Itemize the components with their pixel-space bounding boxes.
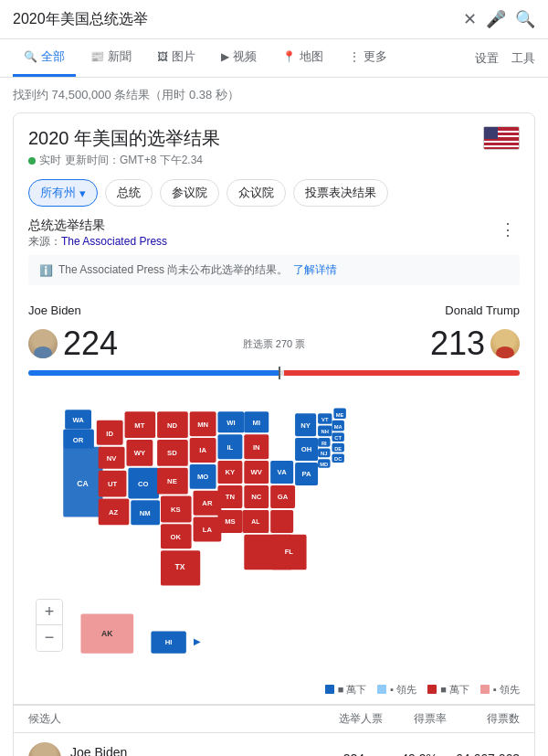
th-total: 得票数 (447, 711, 520, 727)
filter-senate[interactable]: 参议院 (160, 179, 219, 207)
news-icon: 📰 (90, 50, 104, 63)
svg-text:KY: KY (226, 468, 236, 476)
svg-text:ID: ID (106, 430, 113, 438)
zoom-in-button[interactable]: + (37, 600, 62, 625)
svg-point-2 (499, 334, 511, 346)
legend-red-light-label: ▪ 領先 (493, 683, 520, 697)
card-title: 2020 年美国的选举结果 (28, 126, 220, 151)
all-icon: 🔍 (24, 50, 37, 63)
scores-row: 224 胜选票 270 票 213 (14, 321, 534, 370)
tab-news[interactable]: 📰 新聞 (79, 39, 142, 77)
svg-text:MD: MD (320, 462, 328, 467)
biden-score: 224 (28, 325, 118, 363)
live-label: 实时 (39, 153, 61, 168)
legend-red-light: ▪ 領先 (480, 683, 520, 697)
svg-text:CT: CT (334, 435, 342, 441)
svg-text:TN: TN (226, 493, 236, 501)
blue-light-dot (377, 685, 386, 694)
svg-text:VA: VA (278, 468, 288, 476)
ap-notice: ℹ️ The Associated Press 尚未公布此选举的结果。 了解详情 (28, 255, 520, 285)
filter-house[interactable]: 众议院 (227, 179, 286, 207)
svg-text:WI: WI (227, 419, 235, 427)
red-solid-dot (427, 685, 437, 694)
svg-point-109 (37, 747, 52, 756)
search-input[interactable]: 2020年美国总统选举 (13, 11, 463, 27)
election-map: CA OR WA ID MT NV WY UT CO AZ NM (46, 394, 502, 676)
tab-all[interactable]: 🔍 全部 (13, 39, 76, 77)
tab-more[interactable]: ⋮ 更多 (338, 39, 398, 77)
clear-icon[interactable]: ✕ (463, 9, 477, 29)
svg-text:UT: UT (108, 480, 118, 488)
red-light-dot (480, 685, 490, 694)
biden-row-name: Joe Biden (70, 745, 291, 756)
map-legend: ■ 萬下 ▪ 領先 ■ 萬下 ▪ 領先 (14, 679, 534, 704)
biden-table-avatar (28, 742, 61, 756)
section-title: 总统选举结果 (28, 218, 167, 234)
card-menu-button[interactable]: ⋮ (496, 218, 520, 241)
nav-tabs: 🔍 全部 📰 新聞 🖼 图片 ▶ 视频 📍 地图 ⋮ 更多 设置 工具 (0, 39, 548, 78)
map-container: CA OR WA ID MT NV WY UT CO AZ NM (14, 387, 534, 679)
legend-blue-solid: ■ 萬下 (325, 683, 367, 697)
svg-text:DE: DE (334, 446, 342, 452)
th-candidate: 候选人 (28, 711, 319, 727)
svg-text:NM: NM (140, 509, 151, 517)
th-electoral: 选举人票 (319, 711, 383, 727)
biden-info: Joe Biden Democratic Party (70, 745, 291, 756)
svg-text:WV: WV (251, 468, 263, 476)
victory-threshold: 胜选票 270 票 (243, 337, 305, 351)
svg-text:ME: ME (336, 412, 344, 418)
update-time: 更新时间：GMT+8 下午2.34 (65, 153, 203, 168)
table-header: 候选人 选举人票 得票率 得票数 (14, 705, 534, 732)
svg-text:AK: AK (101, 629, 113, 638)
svg-text:GA: GA (278, 493, 289, 501)
biden-row-electoral: 224 (300, 751, 364, 756)
trump-name: Donald Trump (445, 303, 520, 317)
svg-text:AZ: AZ (109, 508, 119, 516)
svg-text:IL: IL (227, 443, 234, 452)
svg-text:OK: OK (171, 533, 182, 541)
tab-maps[interactable]: 📍 地图 (271, 39, 334, 77)
svg-text:SD: SD (167, 449, 177, 457)
mic-icon[interactable]: 🎤 (486, 9, 506, 29)
tab-images[interactable]: 🖼 图片 (146, 39, 206, 77)
svg-text:NH: NH (321, 429, 329, 434)
settings-link[interactable]: 设置 (475, 50, 499, 67)
live-indicator (28, 157, 36, 165)
legend-blue-light-label: ▪ 領先 (390, 683, 416, 697)
info-icon: ℹ️ (39, 264, 53, 277)
svg-text:PA: PA (302, 470, 312, 478)
svg-text:OR: OR (73, 436, 84, 444)
trump-electoral-score: 213 (430, 325, 485, 363)
svg-text:NY: NY (300, 421, 311, 430)
video-icon: ▶ (221, 50, 229, 63)
filter-ballot[interactable]: 投票表决结果 (293, 179, 388, 207)
svg-text:WA: WA (72, 416, 84, 424)
svg-text:VT: VT (321, 417, 329, 422)
biden-row-total: 64,667,063 (447, 751, 520, 756)
source-label: 来源： (28, 235, 61, 248)
svg-text:RI: RI (321, 441, 327, 446)
card-header: 2020 年美国的选举结果 实时 更新时间：GMT+8 下午2.34 (14, 113, 534, 176)
filter-tabs: 所有州 ▾ 总统 参议院 众议院 投票表决结果 (14, 176, 534, 218)
filter-all-states[interactable]: 所有州 ▾ (28, 179, 98, 207)
victory-label: 胜选票 270 票 (125, 337, 423, 351)
tab-video[interactable]: ▶ 视频 (210, 39, 268, 77)
svg-text:CO: CO (138, 480, 149, 488)
tools-link[interactable]: 工具 (511, 50, 535, 67)
svg-text:IN: IN (253, 443, 260, 452)
biden-row-pct: 49.9% (374, 751, 437, 756)
images-icon: 🖼 (157, 50, 168, 63)
svg-text:DC: DC (334, 456, 342, 462)
ap-learn-more[interactable]: 了解详情 (293, 262, 337, 278)
ap-link[interactable]: The Associated Press (61, 235, 167, 248)
search-bar: 2020年美国总统选举 ✕ 🎤 🔍 (0, 0, 548, 39)
svg-text:▶: ▶ (194, 636, 201, 646)
zoom-out-button[interactable]: − (37, 625, 62, 651)
filter-president[interactable]: 总统 (105, 179, 153, 207)
svg-text:CA: CA (77, 479, 89, 488)
svg-text:MO: MO (197, 473, 208, 481)
search-submit-icon[interactable]: 🔍 (515, 9, 535, 29)
progress-container (14, 370, 534, 387)
svg-text:MS: MS (225, 517, 236, 526)
svg-rect-73 (270, 510, 293, 533)
